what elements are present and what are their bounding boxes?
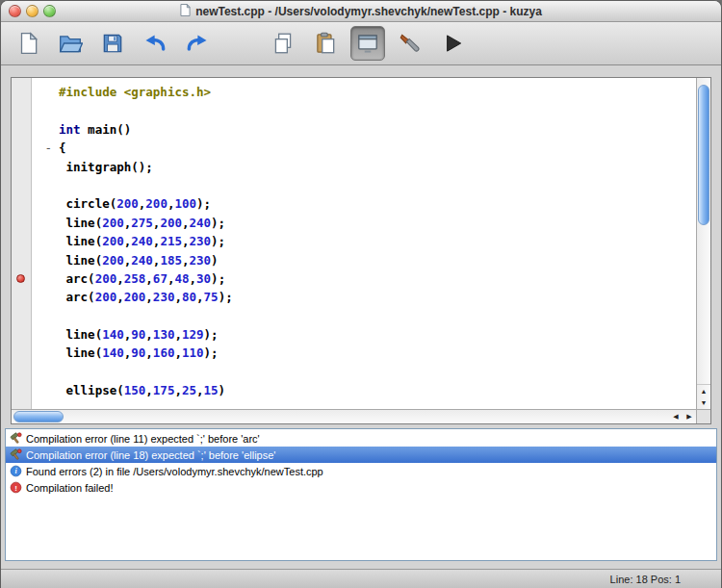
gutter-line (12, 101, 31, 119)
fold-margin (34, 288, 59, 306)
gutter-line (12, 269, 31, 288)
message-text: Compilation error (line 18) expected `;'… (26, 449, 275, 461)
code-line-text: arc(200,258,67,48,30); (59, 269, 225, 288)
gutter-line (12, 139, 31, 157)
code-line: line(140,90,160,110); (34, 344, 696, 362)
message-row[interactable]: iFound errors (2) in file /Users/volodym… (6, 463, 716, 479)
fold-margin (34, 251, 59, 269)
code-line: int main() (34, 120, 696, 139)
status-bar: Line: 18 Pos: 1 (1, 569, 721, 588)
window-controls (9, 5, 56, 17)
code-line-text: line(200,240,215,230); (59, 232, 225, 250)
vertical-scrollbar[interactable]: ▲ ▼ (696, 78, 710, 409)
code-line: line(140,90,130,129); (34, 325, 696, 344)
message-text: Compilation error (line 11) expected `;'… (26, 433, 260, 445)
scroll-right-button[interactable]: ▶ (683, 410, 696, 423)
gutter-line (12, 344, 31, 362)
code-line (34, 363, 696, 381)
toolbar (1, 22, 721, 65)
scroll-left-button[interactable]: ◀ (669, 410, 683, 423)
horizontal-scrollbar-track[interactable] (12, 410, 669, 423)
message-row[interactable]: !Compilation failed! (6, 479, 716, 496)
code-line: ellipse(150,175,25,15) (34, 381, 696, 399)
redo-icon (185, 31, 210, 56)
gutter-line (12, 83, 31, 101)
wrench-icon (398, 31, 423, 56)
code-line-text: arc(200,200,230,80,75); (59, 288, 233, 306)
code-area[interactable]: #include <graphics.h>int main()-{ initgr… (32, 78, 696, 409)
fold-margin (34, 307, 59, 325)
editor-body: #include <graphics.h>int main()-{ initgr… (12, 78, 710, 409)
titlebar[interactable]: newTest.cpp - /Users/volodymyr.shevchyk/… (1, 1, 721, 22)
gutter-line (12, 176, 31, 194)
build-error-icon (9, 448, 22, 462)
horizontal-scrollbar-thumb[interactable] (13, 411, 64, 422)
code-line: initgraph(); (34, 158, 696, 176)
save-icon (100, 31, 125, 56)
vertical-scrollbar-thumb[interactable] (698, 85, 709, 225)
code-line: line(200,240,185,230) (34, 251, 696, 269)
paste-button[interactable] (308, 26, 343, 61)
save-button[interactable] (95, 26, 130, 61)
title-area: newTest.cpp - /Users/volodymyr.shevchyk/… (180, 3, 542, 20)
fold-margin (34, 381, 59, 399)
fold-margin (34, 158, 59, 176)
code-line: -{ (34, 139, 696, 157)
open-file-button[interactable] (53, 26, 88, 61)
show-output-toggle[interactable] (350, 26, 385, 61)
copy-button[interactable] (266, 26, 300, 61)
gutter-line (12, 307, 31, 325)
code-line-text: circle(200,200,100); (59, 194, 211, 213)
fold-margin (34, 214, 59, 232)
editor-gutter (12, 78, 32, 409)
code-line-text: ellipse(150,175,25,15) (59, 381, 225, 399)
fold-margin (34, 232, 59, 250)
undo-button[interactable] (138, 26, 172, 61)
svg-text:!: ! (14, 484, 17, 493)
error-icon: ! (9, 481, 22, 495)
new-file-button[interactable] (11, 26, 45, 61)
message-row[interactable]: Compilation error (line 18) expected `;'… (6, 447, 716, 463)
app-window: newTest.cpp - /Users/volodymyr.shevchyk/… (0, 0, 722, 588)
build-settings-button[interactable] (393, 26, 427, 61)
gutter-line (12, 288, 31, 306)
code-line-text: { (59, 139, 66, 157)
run-button[interactable] (435, 26, 470, 61)
fold-margin (34, 83, 59, 101)
code-line (34, 307, 696, 325)
code-line: arc(200,258,67,48,30); (34, 269, 696, 288)
message-row[interactable]: Compilation error (line 11) expected `;'… (6, 430, 716, 447)
fold-margin (34, 194, 59, 213)
fold-margin (34, 101, 59, 119)
minimize-button[interactable] (26, 5, 39, 17)
open-folder-icon (58, 31, 83, 56)
message-text: Compilation failed! (26, 482, 114, 494)
scrollbar-corner (696, 410, 710, 423)
fold-margin (34, 176, 59, 194)
horizontal-scrollbar: ◀ ▶ (12, 409, 710, 423)
close-button[interactable] (9, 5, 21, 17)
gutter-line (12, 381, 31, 399)
gutter-line (12, 214, 31, 232)
code-line-text: initgraph(); (59, 158, 153, 176)
fold-margin (34, 344, 59, 362)
fold-margin (34, 363, 59, 381)
code-line: line(200,275,200,240); (34, 214, 696, 232)
gutter-line (12, 194, 31, 213)
code-line: #include <graphics.h> (34, 83, 696, 101)
scroll-down-button[interactable]: ▼ (697, 396, 710, 409)
gutter-line (12, 251, 31, 269)
fold-margin (34, 120, 59, 139)
info-icon: i (9, 465, 22, 478)
fold-marker[interactable]: - (34, 139, 59, 157)
redo-button[interactable] (180, 26, 215, 61)
zoom-button[interactable] (43, 5, 56, 17)
gutter-line (12, 120, 31, 139)
message-text: Found errors (2) in file /Users/volodymy… (26, 466, 323, 477)
scroll-up-button[interactable]: ▲ (697, 384, 710, 396)
code-line (34, 176, 696, 194)
code-line (34, 101, 696, 119)
run-icon (440, 31, 465, 56)
fold-margin (34, 269, 59, 288)
fold-margin (34, 325, 59, 344)
